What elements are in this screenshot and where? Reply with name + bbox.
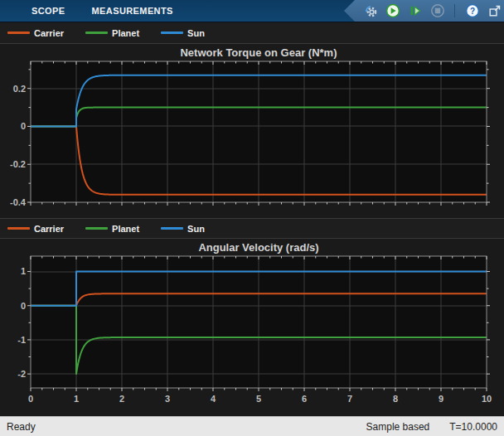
svg-text:-2: -2 — [17, 369, 26, 379]
svg-text:0: 0 — [21, 121, 26, 131]
legend-label: Sun — [187, 224, 205, 234]
toolbar-separator — [454, 4, 455, 17]
svg-text:1: 1 — [74, 394, 79, 404]
step-forward-button[interactable] — [407, 3, 423, 19]
stop-icon — [430, 3, 445, 18]
status-bar: Ready Sample based T=10.0000 — [0, 416, 504, 436]
legend-swatch — [7, 227, 30, 230]
torque-chart[interactable]: 0.20-0.2-0.4 — [0, 44, 504, 218]
plot-section-torque: Network Torque on Gear (N*m) 0.20-0.2-0.… — [0, 44, 504, 218]
svg-text:4: 4 — [211, 394, 216, 404]
svg-text:?: ? — [469, 7, 474, 16]
plot-section-velocity: Angular Velocity (rad/s) 10-1-2012345678… — [0, 239, 504, 416]
legend-item-planet[interactable]: Planet — [85, 224, 139, 234]
simulation-settings-button[interactable] — [362, 3, 378, 19]
legend-swatch — [161, 227, 183, 230]
tab-measurements[interactable]: MEASUREMENTS — [92, 6, 173, 16]
legend-swatch — [85, 31, 108, 34]
velocity-chart[interactable]: 10-1-2012345678910 — [0, 239, 504, 416]
svg-text:8: 8 — [393, 394, 398, 404]
legend-label: Planet — [112, 224, 139, 234]
svg-text:2: 2 — [119, 394, 124, 404]
svg-text:3: 3 — [165, 394, 170, 404]
legend-label: Sun — [187, 28, 205, 38]
legend-item-carrier[interactable]: Carrier — [7, 28, 64, 38]
svg-text:-0.4: -0.4 — [10, 197, 27, 207]
svg-text:7: 7 — [347, 394, 352, 404]
sample-mode-label: Sample based — [366, 421, 430, 433]
svg-text:5: 5 — [256, 394, 261, 404]
legend-swatch — [85, 227, 108, 230]
toolbar-quick-actions: ? — [344, 0, 504, 22]
legend-label: Carrier — [34, 28, 64, 38]
svg-text:-0.2: -0.2 — [10, 159, 26, 169]
svg-text:1: 1 — [21, 266, 26, 276]
legend-label: Planet — [112, 28, 139, 38]
dock-button[interactable] — [487, 3, 502, 19]
legend-item-carrier[interactable]: Carrier — [7, 224, 64, 234]
svg-text:0: 0 — [21, 301, 26, 311]
legend-label: Carrier — [34, 224, 64, 234]
svg-text:6: 6 — [302, 394, 307, 404]
legend-item-planet[interactable]: Planet — [85, 28, 139, 38]
svg-text:0: 0 — [28, 394, 33, 404]
legend-velocity: CarrierPlanetSun — [0, 218, 504, 239]
status-text: Ready — [7, 421, 36, 433]
legend-item-sun[interactable]: Sun — [161, 28, 205, 38]
stop-button[interactable] — [429, 3, 445, 19]
play-icon — [385, 3, 400, 18]
help-button[interactable]: ? — [464, 3, 480, 19]
legend-swatch — [161, 31, 183, 34]
legend-swatch — [7, 31, 30, 34]
sim-time-label: T=10.0000 — [449, 421, 497, 433]
step-forward-icon — [408, 3, 423, 18]
svg-text:0.2: 0.2 — [13, 84, 26, 94]
svg-text:10: 10 — [482, 394, 492, 404]
scope-window: SCOPE MEASUREMENTS — [0, 0, 504, 436]
run-button[interactable] — [385, 3, 400, 19]
dock-icon — [487, 3, 502, 18]
question-icon: ? — [465, 3, 480, 18]
legend-torque: CarrierPlanetSun — [0, 22, 504, 44]
svg-text:9: 9 — [439, 394, 443, 404]
legend-item-sun[interactable]: Sun — [161, 224, 205, 234]
toolbar: SCOPE MEASUREMENTS — [0, 0, 504, 22]
svg-text:-1: -1 — [17, 335, 26, 345]
tab-scope[interactable]: SCOPE — [32, 6, 65, 16]
gear-run-icon — [363, 3, 378, 18]
